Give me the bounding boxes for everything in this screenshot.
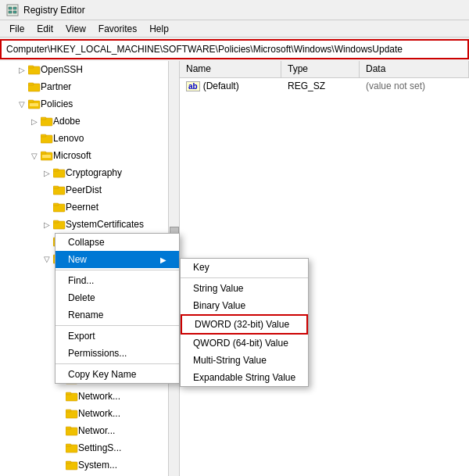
title-bar: Registry Editor <box>0 0 469 20</box>
svg-rect-18 <box>42 155 51 158</box>
tree-label-lenovo: Lenovo <box>53 133 84 144</box>
svg-rect-20 <box>53 169 59 171</box>
tree-item-peernet[interactable]: ▷ Peernet <box>0 199 179 216</box>
context-menu-collapse-label: Collapse <box>68 237 105 248</box>
tree-item-partner[interactable]: ▷ Partner <box>0 78 179 95</box>
svg-rect-17 <box>41 152 46 154</box>
col-header-name: Name <box>180 61 281 77</box>
svg-rect-55 <box>66 461 71 463</box>
folder-icon-system <box>66 460 78 471</box>
tree-label-partner: Partner <box>41 81 71 92</box>
menu-help[interactable]: Help <box>143 22 175 35</box>
tree-item-adobe[interactable]: ▷ Adobe <box>0 113 179 130</box>
tree-item-systemcertificates[interactable]: ▷ SystemCertificates <box>0 216 179 233</box>
expand-arrow-system: ▷ <box>53 456 66 474</box>
cell-type-default: REG_SZ <box>285 81 363 91</box>
folder-icon-peerdist <box>53 184 66 195</box>
tree-item-openssh[interactable]: ▷ OpenSSH <box>0 61 179 78</box>
folder-icon-policies <box>28 98 41 109</box>
context-menu-collapse[interactable]: Collapse <box>55 234 179 251</box>
context-menu-permissions[interactable]: Permissions... <box>55 345 179 362</box>
tree-item-peerdist[interactable]: ▷ PeerDist <box>0 181 179 199</box>
submenu-expandablestringvalue-label: Expandable String Value <box>193 372 295 383</box>
expand-arrow-cryptography: ▷ <box>41 164 53 181</box>
tree-item-microsoft[interactable]: ▽ Microsoft <box>0 147 179 164</box>
svg-rect-13 <box>41 117 46 120</box>
tree-label-peerdist: PeerDist <box>66 184 102 195</box>
menu-view[interactable]: View <box>59 22 92 35</box>
tree-label-systemcertificates: SystemCertificates <box>66 219 144 230</box>
submenu-arrow-icon: ▶ <box>160 256 166 264</box>
right-row-default[interactable]: ab (Default) REG_SZ (value not set) <box>180 78 469 94</box>
address-bar[interactable]: Computer\HKEY_LOCAL_MACHINE\SOFTWARE\Pol… <box>0 39 469 59</box>
context-menu-export-label: Export <box>68 331 95 342</box>
submenu-dwordvalue-label: DWORD (32-bit) Value <box>195 319 289 330</box>
context-menu-separator-1 <box>55 270 179 270</box>
context-menu-rename-label: Rename <box>68 310 103 320</box>
menu-file[interactable]: File <box>3 22 30 35</box>
tree-item-network1[interactable]: ▷ Network... <box>0 388 179 405</box>
submenu-key-label: Key <box>193 262 209 273</box>
title-bar-text: Registry Editor <box>23 5 85 16</box>
svg-rect-3 <box>9 11 12 13</box>
tree-label-network3: Networ... <box>78 425 115 436</box>
folder-icon-microsoft <box>41 150 53 161</box>
tree-item-network3[interactable]: ▷ Networ... <box>0 422 179 439</box>
svg-rect-26 <box>53 220 59 223</box>
col-header-data: Data <box>360 61 469 77</box>
context-menu: Collapse New ▶ Find... Delete Rename Exp… <box>55 233 180 384</box>
submenu-stringvalue-label: String Value <box>193 283 243 294</box>
tree-item-cryptography[interactable]: ▷ Cryptography <box>0 164 179 181</box>
submenu-multistringvalue[interactable]: Multi-String Value <box>181 352 308 369</box>
tree-item-system[interactable]: ▷ System... <box>0 456 179 474</box>
cell-name-default-text: (Default) <box>203 81 239 91</box>
svg-rect-49 <box>66 410 71 412</box>
context-menu-export[interactable]: Export <box>55 327 179 345</box>
menu-edit[interactable]: Edit <box>30 22 59 35</box>
context-menu-new[interactable]: New ▶ <box>55 251 179 268</box>
svg-rect-22 <box>53 186 59 188</box>
expand-arrow-lenovo: ▷ <box>28 130 41 147</box>
svg-rect-1 <box>9 7 12 9</box>
menu-favorites[interactable]: Favorites <box>92 22 143 35</box>
svg-rect-4 <box>13 11 16 13</box>
svg-rect-11 <box>30 103 38 106</box>
tree-item-lenovo[interactable]: ▷ Lenovo <box>0 130 179 147</box>
submenu-qwordvalue[interactable]: QWORD (64-bit) Value <box>181 335 308 352</box>
expand-arrow-systemcertificates: ▷ <box>41 216 53 233</box>
submenu-qwordvalue-label: QWORD (64-bit) Value <box>193 338 288 349</box>
svg-rect-51 <box>66 427 71 429</box>
folder-icon-systemcertificates <box>53 219 66 230</box>
svg-rect-8 <box>28 83 34 85</box>
expand-arrow-partner: ▷ <box>16 78 28 95</box>
submenu-key[interactable]: Key <box>181 259 308 276</box>
svg-rect-6 <box>28 66 34 68</box>
context-menu-delete-label: Delete <box>68 292 95 303</box>
context-menu-copykeyname[interactable]: Copy Key Name <box>55 366 179 383</box>
tree-item-network2[interactable]: ▷ Network... <box>0 405 179 422</box>
context-menu-find[interactable]: Find... <box>55 272 179 289</box>
context-menu-rename[interactable]: Rename <box>55 306 179 324</box>
tree-item-settings[interactable]: ▷ SettingS... <box>0 439 179 456</box>
expand-arrow-network2: ▷ <box>53 405 66 422</box>
submenu-dwordvalue[interactable]: DWORD (32-bit) Value <box>181 314 308 335</box>
folder-icon-adobe <box>41 116 53 127</box>
context-menu-copykeyname-label: Copy Key Name <box>68 369 136 380</box>
submenu-expandablestringvalue[interactable]: Expandable String Value <box>181 369 308 386</box>
tree-label-peernet: Peernet <box>66 202 98 213</box>
folder-icon-partner <box>28 81 41 92</box>
tree-label-policies: Policies <box>41 98 73 109</box>
tree-item-policies[interactable]: ▽ Policies <box>0 95 179 113</box>
svg-rect-0 <box>7 5 18 16</box>
context-menu-delete[interactable]: Delete <box>55 289 179 306</box>
main-content: ▷ OpenSSH ▷ Partner ▽ Policies ▷ Adobe ▷… <box>0 61 469 476</box>
folder-icon-lenovo <box>41 133 53 144</box>
right-panel-header: Name Type Data <box>180 61 469 78</box>
tree-label-settings: SettingS... <box>78 442 121 453</box>
svg-rect-53 <box>66 444 71 446</box>
submenu-binaryvalue[interactable]: Binary Value <box>181 297 308 314</box>
submenu-stringvalue[interactable]: String Value <box>181 280 308 297</box>
svg-rect-24 <box>53 203 59 206</box>
expand-arrow-microsoft: ▽ <box>28 147 41 164</box>
submenu-multistringvalue-label: Multi-String Value <box>193 355 267 366</box>
